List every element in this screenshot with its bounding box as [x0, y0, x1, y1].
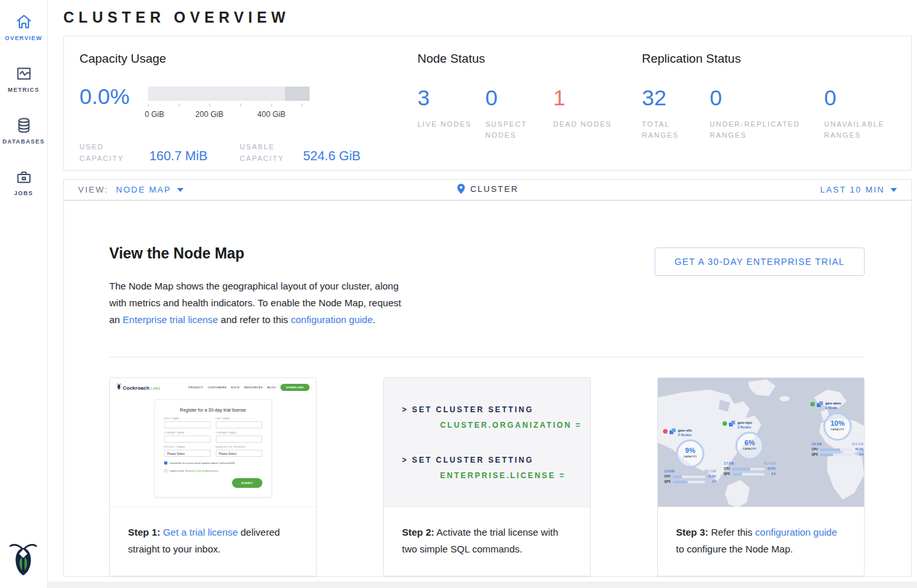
content-area: CLUSTER OVERVIEW Capacity Usage 0.0% [48, 0, 917, 588]
step-1-card: Cockroach LABS PRODUCT CUSTOMERS DOCS RE… [109, 377, 317, 576]
capacity-gauge: 9% CAPACITY [676, 439, 704, 468]
total-ranges-metric: 32 TOTAL RANGES [642, 87, 710, 141]
form-field: REASON FOR INTEREST Please Select [216, 446, 262, 457]
view-label: VIEW: [78, 185, 109, 194]
capacity-usage-title: Capacity Usage [79, 52, 417, 66]
prompt-symbol: > [402, 456, 408, 465]
capacity-total: 43.7 GiB [764, 462, 775, 465]
company-email-input [216, 436, 262, 443]
capacity-used: 3.7 GiB [724, 462, 734, 465]
cpu-value: 11.0% [707, 475, 716, 478]
capacity-label: CAPACITY [678, 456, 702, 458]
sql-keyword: SET CLUSTER SETTING [412, 405, 534, 414]
form-title: Register for a 30-day trial license [164, 408, 262, 412]
field-label: PROJECT PHASE [164, 446, 211, 448]
sql-statement: > SET CLUSTER SETTING CLUSTER.ORGANIZATI… [402, 405, 590, 430]
license-agreement-label: I agree to the Software License Agreemen… [169, 469, 219, 472]
capacity-total: 36.6 GiB [852, 443, 863, 446]
qps-label: QPS [664, 480, 671, 483]
live-nodes-metric: 3 LIVE NODES [417, 87, 485, 141]
qps-label: QPS [724, 472, 730, 476]
suspect-nodes-value: 0 [485, 87, 553, 109]
time-range-dropdown[interactable]: LAST 10 MIN [820, 185, 897, 194]
nav-item: RESOURCES [244, 386, 263, 389]
node-map-screenshot: geo-sfo 2 Nodes 9% CAPACITY 3.2 GiB [658, 378, 864, 507]
cpu-label: CPU [724, 467, 730, 470]
configuration-guide-link[interactable]: configuration guide [755, 527, 838, 538]
step-label: Step 1: [128, 527, 160, 538]
qps-bar [820, 454, 852, 456]
sidebar-item-label: OVERVIEW [0, 35, 47, 41]
configuration-guide-link[interactable]: configuration guide [291, 314, 373, 325]
prompt-symbol: > [402, 405, 408, 414]
form-field: COMPANY EMAIL [216, 432, 262, 443]
company-name-input [164, 436, 211, 443]
node-stack-icon [669, 428, 676, 435]
cockroachdb-logo [9, 540, 37, 576]
chevron-down-icon [177, 188, 184, 192]
nav-item: PRODUCT [189, 386, 204, 389]
sidebar-item-metrics[interactable]: METRICS [0, 52, 47, 103]
qps-bar [673, 481, 705, 483]
capacity-bar-usable-segment [148, 87, 285, 101]
node-map-intro: View the Node Map The Node Map shows the… [109, 245, 406, 328]
step-3-image: geo-sfo 2 Nodes 9% CAPACITY 3.2 GiB [658, 378, 864, 507]
view-selector-dropdown[interactable]: NODE MAP [116, 185, 184, 194]
region-node-count: 1 Node [825, 406, 841, 410]
unavailable-ranges-value: 0 [824, 87, 908, 109]
node-stack-icon [817, 401, 823, 408]
home-icon [14, 13, 34, 31]
axis-tick-label: 0 GiB [145, 110, 164, 119]
capacity-percent: 0.0% [79, 85, 148, 107]
submit-button: SUBMIT [232, 478, 262, 488]
software-license-link: Software License Agreement. [185, 469, 218, 472]
metrics-chart-icon [14, 65, 34, 83]
step-2-caption: Step 2: Activate the trial license with … [384, 507, 590, 558]
sidebar-item-jobs[interactable]: JOBS [0, 155, 47, 207]
form-field: COMPANY NAME [164, 432, 211, 443]
region-name: geo-sfo [678, 428, 692, 432]
replication-status-title: Replication Status [642, 52, 911, 66]
axis-tick-label: 400 GiB [257, 110, 285, 119]
sql-setting-name: CLUSTER.ORGANIZATION = [440, 421, 590, 430]
under-replicated-ranges-value: 0 [710, 87, 824, 109]
page-title: CLUSTER OVERVIEW [63, 9, 290, 26]
get-trial-license-link[interactable]: Get a trial license [163, 527, 238, 538]
project-phase-select: Please Select [164, 450, 211, 457]
axis-tick [240, 103, 241, 107]
first-name-input [164, 421, 211, 428]
node-map-description: The Node Map shows the geographical layo… [109, 278, 406, 328]
region-geo-nyc: geo-nyc 2 Nodes 6% CAPACITY 3.7 GiB [722, 421, 777, 476]
admin-ui-screen: OVERVIEW METRICS DATABASES [0, 0, 917, 588]
reason-for-interest-select: Please Select [216, 450, 262, 457]
capacity-used: 3.6 GiB [812, 443, 822, 446]
region-geo-ams: geo-ams 1 Node 10% CAPACITY 3.6 GiB [810, 401, 864, 456]
sidebar-item-databases[interactable]: DATABASES [0, 103, 47, 155]
node-map-panel: View the Node Map The Node Map shows the… [63, 200, 912, 577]
total-ranges-label: TOTAL RANGES [642, 119, 710, 141]
field-label: FIRST NAME [164, 417, 211, 420]
under-replicated-ranges-label: UNDER-REPLICATED RANGES [710, 119, 824, 141]
status-dot-green [722, 421, 727, 426]
map-pin-icon [457, 184, 465, 194]
description-text: . [373, 314, 375, 325]
chevron-down-icon [891, 188, 897, 192]
qps-bar [732, 473, 764, 476]
enterprise-trial-license-link[interactable]: Enterprise trial license [123, 314, 218, 325]
enterprise-trial-button[interactable]: GET A 30-DAY ENTERPRISE TRIAL [655, 247, 865, 276]
last-name-input [216, 421, 262, 428]
sidebar-item-overview[interactable]: OVERVIEW [0, 0, 47, 52]
qps-value: 4.4 [854, 453, 863, 456]
capacity-bar: 0 GiB 200 GiB 400 GiB [148, 87, 310, 101]
node-status-section: Node Status 3 LIVE NODES 0 SUSPECT NODES… [417, 52, 642, 170]
page-background-strip [48, 582, 917, 588]
axis-tick [179, 103, 180, 107]
dead-nodes-label: DEAD NODES [553, 119, 621, 130]
live-nodes-value: 3 [417, 87, 485, 109]
view-bar: VIEW: NODE MAP CLUSTER LAST 10 MIN [63, 179, 912, 200]
field-label: LAST NAME [216, 417, 262, 420]
dead-nodes-metric: 1 DEAD NODES [553, 87, 621, 141]
sql-statement: > SET CLUSTER SETTING ENTERPRISE.LICENSE… [402, 456, 590, 480]
step-3-card: geo-sfo 2 Nodes 9% CAPACITY 3.2 GiB [657, 377, 865, 576]
step-1-image: Cockroach LABS PRODUCT CUSTOMERS DOCS RE… [110, 378, 316, 507]
